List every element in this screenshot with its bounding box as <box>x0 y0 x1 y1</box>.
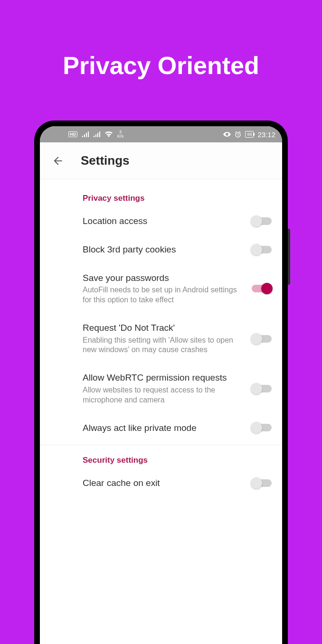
eye-icon <box>223 132 231 137</box>
back-button[interactable] <box>47 150 68 171</box>
setting-subtitle: Allow websites to request access to the … <box>83 385 247 405</box>
alarm-icon <box>235 131 241 138</box>
toggle-webrtc[interactable] <box>252 385 272 392</box>
setting-private-mode[interactable]: Always act like private mode <box>40 414 282 442</box>
setting-subtitle: AutoFill needs to be set up in Android s… <box>83 285 247 305</box>
toggle-block-cookies[interactable] <box>252 246 272 253</box>
status-bar: HD 3 K/s <box>40 126 282 142</box>
setting-title: Request 'Do Not Track' <box>83 322 247 334</box>
setting-do-not-track[interactable]: Request 'Do Not Track' Enabling this set… <box>40 314 282 364</box>
signal-icon-1 <box>82 131 89 137</box>
settings-content[interactable]: Privacy settings Location access Block 3… <box>40 179 282 644</box>
battery-icon: 68 <box>245 131 254 138</box>
hd-icon: HD <box>68 131 77 138</box>
section-header-security: Security settings <box>40 445 282 469</box>
setting-clear-cache[interactable]: Clear cache on exit <box>40 469 282 497</box>
setting-save-passwords[interactable]: Save your passwords AutoFill needs to be… <box>40 264 282 314</box>
section-header-privacy: Privacy settings <box>40 179 282 207</box>
phone-side-button <box>288 229 290 285</box>
wifi-icon <box>105 131 113 137</box>
network-speed-unit: K/s <box>117 134 123 139</box>
signal-icon-2 <box>94 131 100 137</box>
battery-level: 68 <box>247 131 252 138</box>
setting-title: Allow WebRTC permission requests <box>83 372 247 383</box>
toggle-private-mode[interactable] <box>252 424 272 431</box>
phone-frame: HD 3 K/s <box>34 121 288 644</box>
toggle-do-not-track[interactable] <box>252 335 272 343</box>
network-speed: 3 K/s <box>117 130 123 139</box>
setting-location-access[interactable]: Location access <box>40 207 282 235</box>
toggle-location-access[interactable] <box>252 217 272 225</box>
status-time: 23:12 <box>257 131 275 139</box>
setting-title: Save your passwords <box>83 272 247 284</box>
setting-title: Always act like private mode <box>83 422 247 434</box>
app-title: Settings <box>81 153 130 168</box>
phone-screen: HD 3 K/s <box>40 126 282 644</box>
setting-webrtc[interactable]: Allow WebRTC permission requests Allow w… <box>40 364 282 413</box>
toggle-save-passwords[interactable] <box>252 285 272 292</box>
setting-block-cookies[interactable]: Block 3rd party cookies <box>40 235 282 264</box>
arrow-back-icon <box>52 155 64 167</box>
app-bar: Settings <box>40 142 282 179</box>
hero-title: Privacy Oriented <box>0 0 322 80</box>
toggle-clear-cache[interactable] <box>252 479 272 487</box>
setting-title: Block 3rd party cookies <box>83 244 247 255</box>
setting-title: Location access <box>83 215 247 227</box>
setting-title: Clear cache on exit <box>83 477 247 489</box>
setting-subtitle: Enabling this setting with 'Allow sites … <box>83 336 247 355</box>
